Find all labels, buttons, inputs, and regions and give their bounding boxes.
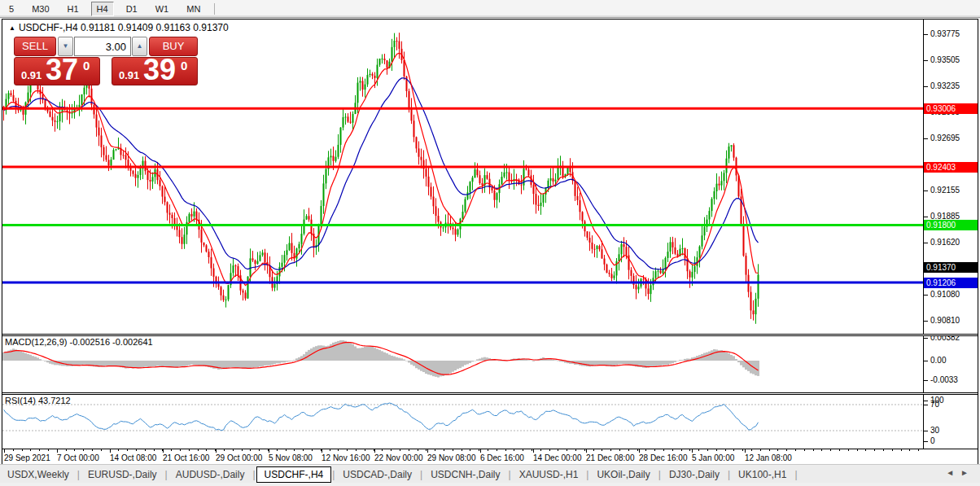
chart-tab-uk100-h1[interactable]: UK100-,H1 [731,467,794,482]
time-tick [488,449,488,451]
macd-axis-separator [923,336,924,392]
macd-pane[interactable]: MACD(12,26,9) -0.002516 -0.002641 0.0038… [2,336,978,392]
time-tick [637,449,638,451]
time-tick [242,449,243,451]
time-axis-label: 5 Nov 08:00 [269,453,313,462]
price-axis-tick-label: 0.92155 [930,186,960,195]
time-tick [689,449,690,451]
time-tick [628,449,629,451]
chart-tab-usdcnh-daily[interactable]: USDCNH-,Daily [423,467,507,482]
price-axis-tick [924,243,928,243]
tab-separator: | [420,469,422,480]
buy-price-box[interactable]: 0.91 39 0 [112,57,198,85]
chart-tab-eurusd-daily[interactable]: EURUSD-,Daily [81,467,164,482]
time-tick [180,449,181,451]
chart-tab-ukoil-daily[interactable]: UKOil-,Daily [589,467,657,482]
time-tick [830,449,831,451]
time-tick [426,449,427,451]
buy-price-big-digits: 39 [143,53,176,87]
time-tick [224,449,225,451]
time-tick [356,449,357,451]
time-tick [66,449,67,451]
time-tick [400,449,400,451]
chart-tab-dj30-daily[interactable]: DJ30-,Daily [662,467,727,482]
macd-axis-tick [924,380,928,381]
sell-price-box[interactable]: 0.91 37 0 [14,57,100,85]
time-axis-label: 14 Dec 00:00 [533,453,582,462]
time-axis-label: 5 Jan 00:00 [692,453,734,462]
rsi-pane[interactable]: RSI(14) 43.7212 10070300 [2,395,978,449]
time-axis-label: 28 Dec 16:00 [639,453,688,462]
time-axis-labels[interactable]: 29 Sep 20217 Oct 00:0014 Oct 08:0021 Oct… [2,453,978,464]
current-price-tag: 0.91370 [924,262,978,273]
timeframe-button-m30[interactable]: M30 [26,2,55,16]
timeframe-button-w1[interactable]: W1 [150,2,175,16]
time-tick [453,449,453,451]
time-tick [286,449,287,451]
price-axis-tick [924,295,928,296]
time-tick [707,449,708,451]
time-tick [338,449,339,451]
time-tick [330,449,330,451]
time-tick [312,449,313,451]
time-tick [681,449,682,451]
time-tick [848,449,849,451]
time-axis-label: 22 Nov 00:00 [374,453,423,462]
rsi-chart-svg[interactable] [2,395,923,449]
time-tick [435,449,435,451]
volume-input[interactable] [74,37,131,56]
time-tick [74,449,75,451]
chart-tab-usdchf-h4[interactable]: USDCHF-,H4 [256,466,332,483]
mt4-terminal-window: 5M30H1H4D1W1MN ▲USDCHF-,H4 0.91181 0.914… [0,0,980,486]
sell-price-pipette: 0 [83,59,90,72]
time-tick [593,449,594,451]
timeframe-button-mn[interactable]: MN [181,2,206,16]
time-axis-label: 12 Nov 16:00 [322,453,370,462]
tab-separator: | [794,469,797,480]
timeframe-button-d1[interactable]: D1 [120,2,143,16]
tab-separator: | [728,469,730,480]
time-tick [294,449,295,451]
time-tick [233,449,234,451]
time-tick [391,449,392,451]
price-axis-tick [924,60,928,61]
time-tick [918,449,919,451]
time-tick [101,449,102,451]
sell-price-prefix: 0.91 [21,69,42,81]
price-axis-tick [924,217,928,217]
time-tick [277,449,278,451]
macd-label: MACD(12,26,9) -0.002516 -0.002641 [5,337,153,347]
time-tick [602,449,602,451]
tab-scroll-arrows[interactable]: ◄► [946,468,975,477]
time-tick [654,449,655,451]
collapse-arrow-icon[interactable]: ▲ [9,24,15,32]
time-tick [409,449,409,451]
macd-axis-tick-label: 0.00382 [930,336,960,343]
rsi-axis-tick [924,401,928,401]
time-tick [303,449,304,451]
chart-tab-usdx-weekly[interactable]: USDX,Weekly [0,467,77,482]
time-tick [206,449,207,451]
tab-separator: | [509,469,511,480]
buy-price-prefix: 0.91 [119,69,139,81]
chart-title: ▲USDCHF-,H4 0.91181 0.91409 0.91163 0.91… [9,22,229,33]
timeframe-button-h1[interactable]: H1 [62,2,85,16]
time-axis-label: 29 Nov 08:00 [427,453,476,462]
time-tick [857,449,858,451]
timeframe-button-5[interactable]: 5 [3,2,20,16]
time-axis-label: 14 Oct 08:00 [110,453,156,462]
time-tick [795,449,796,451]
time-tick [479,449,479,451]
timeframe-button-h4[interactable]: H4 [91,2,114,16]
time-tick [259,449,260,451]
chart-tab-xauusd-h1[interactable]: XAUUSD-,H1 [512,467,586,482]
time-tick [760,449,761,451]
chart-tab-usdcad-daily[interactable]: USDCAD-,Daily [335,467,419,482]
chart-tab-audusd-daily[interactable]: AUDUSD-,Daily [168,467,252,482]
time-tick [584,449,585,451]
price-pane[interactable]: ▲USDCHF-,H4 0.91181 0.91409 0.91163 0.91… [2,20,978,334]
time-tick [540,449,541,451]
time-tick [365,449,365,451]
chart-tab-bar: USDX,Weekly|EURUSD-,Daily|AUDUSD-,Daily|… [0,464,980,484]
time-tick [725,449,726,451]
